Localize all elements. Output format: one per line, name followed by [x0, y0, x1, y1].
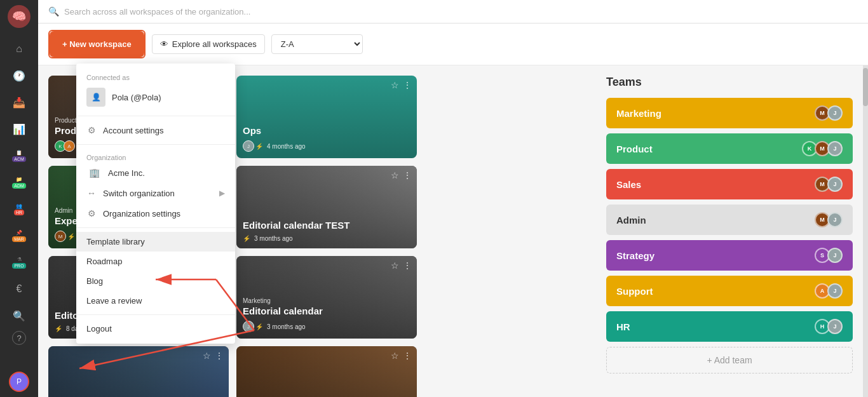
- adm-badge[interactable]: 📁 ADM: [8, 171, 31, 194]
- explore-label: Explore all workspaces: [172, 39, 257, 49]
- lightning-icon: ⚡: [55, 325, 62, 332]
- app-logo[interactable]: 🧠: [8, 5, 31, 28]
- org-settings-item[interactable]: ⚙ Organization settings: [76, 203, 235, 224]
- team-avatars: M J: [815, 105, 843, 121]
- teams-sidebar: Teams Marketing M J Product K M J Sales: [596, 65, 863, 397]
- workspace-card[interactable]: ☆ ⋮ Content calendar #2: [236, 346, 417, 397]
- team-name: Product: [616, 144, 653, 154]
- help-icon[interactable]: ?: [12, 331, 26, 345]
- team-item-hr[interactable]: HR H J: [606, 311, 853, 342]
- blog-item[interactable]: Blog: [76, 271, 235, 291]
- template-library-label: Template library: [86, 237, 145, 246]
- team-avatars: M J: [815, 212, 843, 227]
- toolbar: + New workspace 👁 Explore all workspaces…: [38, 24, 868, 65]
- search-icon: 🔍: [48, 6, 59, 17]
- team-avatar: J: [827, 319, 843, 334]
- card-meta: ⚡ 3 months ago: [243, 235, 410, 242]
- org-label: Organization: [86, 154, 225, 161]
- new-workspace-button[interactable]: + New workspace: [51, 33, 142, 55]
- lightning-icon: ⚡: [243, 235, 250, 242]
- card-time: 3 months ago: [254, 235, 293, 242]
- euro-icon[interactable]: €: [8, 278, 31, 300]
- leave-review-label: Leave a review: [86, 296, 142, 306]
- org-section: Organization 🏢 Acme Inc.: [76, 149, 235, 183]
- user-avatar[interactable]: P: [9, 372, 29, 392]
- team-avatars: H J: [815, 319, 843, 334]
- team-item-admin[interactable]: Admin M J: [606, 205, 853, 235]
- team-item-marketing[interactable]: Marketing M J: [606, 98, 853, 128]
- header: 🔍 Search across all workspaces of the or…: [38, 0, 868, 24]
- home-icon[interactable]: ⌂: [8, 37, 31, 60]
- org-name: Acme Inc.: [108, 168, 145, 178]
- team-avatar: J: [827, 105, 843, 121]
- team-avatar: J: [827, 283, 843, 299]
- acm-badge[interactable]: 📋 ACM: [8, 144, 31, 167]
- sort-select[interactable]: Z-A A-Z Recently updated Recently create…: [271, 34, 363, 54]
- search-placeholder[interactable]: Search across all workspaces of the orga…: [64, 7, 250, 17]
- account-settings-item[interactable]: ⚙ Account settings: [76, 120, 235, 140]
- chart-icon[interactable]: 📊: [8, 118, 31, 140]
- team-item-support[interactable]: Support A J: [606, 276, 853, 306]
- workspace-card[interactable]: ☆ ⋮ Marketing Editorial calendar J ⚡ 3 m…: [236, 256, 417, 339]
- add-team-button[interactable]: + Add team: [606, 347, 853, 373]
- logout-item[interactable]: Logout: [76, 319, 235, 339]
- team-avatar: J: [827, 141, 843, 156]
- roadmap-item[interactable]: Roadmap: [76, 252, 235, 271]
- team-avatar: J: [827, 177, 843, 192]
- card-time: 3 months ago: [267, 323, 306, 330]
- workspace-card[interactable]: ☆ ⋮ Editorial calendar TEST ⚡ 3 months a…: [236, 166, 417, 248]
- org-settings-label: Organization settings: [103, 209, 180, 219]
- pro-badge[interactable]: ⚗ PRO: [8, 251, 31, 274]
- card-team: Marketing: [243, 297, 410, 304]
- org-row: 🏢 Acme Inc.: [86, 165, 225, 180]
- gear-icon: ⚙: [86, 208, 97, 219]
- switch-org-label: Switch organization: [103, 189, 175, 198]
- explore-workspaces-button[interactable]: 👁 Explore all workspaces: [152, 34, 265, 54]
- lightning-icon: ⚡: [255, 323, 263, 330]
- connected-as-label: Connected as: [86, 74, 225, 81]
- switch-org-item[interactable]: ↔ Switch organization ▶: [76, 183, 235, 203]
- team-name: Admin: [616, 215, 646, 225]
- mar-badge[interactable]: 📌 MAR: [8, 224, 31, 247]
- workspace-card[interactable]: ☆ ⋮ Content calendar #2: [48, 346, 229, 397]
- blog-label: Blog: [86, 276, 103, 286]
- team-name: Marketing: [616, 108, 661, 119]
- gear-icon: ⚙: [86, 125, 97, 135]
- template-library-item[interactable]: Template library: [76, 232, 235, 252]
- team-avatars: A J: [815, 283, 843, 299]
- dropdown-menu: Connected as 👤 Pola (@Pola) ⚙ Account se…: [76, 64, 235, 344]
- team-avatars: S J: [815, 248, 843, 263]
- new-workspace-wrapper: + New workspace: [48, 30, 146, 58]
- card-title: Ops: [243, 125, 410, 137]
- scrollbar-track[interactable]: [863, 65, 868, 397]
- team-avatar: J: [827, 212, 843, 227]
- team-name: HR: [616, 321, 630, 332]
- search-bar: 🔍 Search across all workspaces of the or…: [48, 6, 858, 17]
- connected-as-section: Connected as 👤 Pola (@Pola): [76, 69, 235, 112]
- clock-icon[interactable]: 🕐: [8, 64, 31, 87]
- card-meta: J ⚡ 3 months ago: [243, 321, 410, 332]
- logout-label: Logout: [86, 324, 112, 333]
- team-item-sales[interactable]: Sales M J: [606, 169, 853, 199]
- search-icon[interactable]: 🔍: [8, 304, 31, 327]
- scrollbar-thumb[interactable]: [863, 68, 868, 106]
- org-logo: 🏢: [86, 165, 102, 180]
- hr-badge[interactable]: 👥 HR: [8, 198, 31, 220]
- team-name: Support: [616, 286, 653, 297]
- workspace-card[interactable]: ☆ ⋮ Ops J ⚡ 4 months ago: [236, 76, 417, 158]
- team-avatar: J: [827, 248, 843, 263]
- dropdown-avatar: 👤: [86, 88, 105, 107]
- user-row: 👤 Pola (@Pola): [86, 85, 225, 109]
- card-time: 4 months ago: [267, 143, 306, 150]
- sidebar: 🧠 ⌂ 🕐 📥 📊 📋 ACM 📁 ADM 👥 HR 📌 MAR ⚗ PRO €…: [0, 0, 38, 397]
- team-avatars: K M J: [802, 141, 843, 156]
- explore-icon: 👁: [160, 39, 168, 49]
- team-item-strategy[interactable]: Strategy S J: [606, 240, 853, 271]
- teams-title: Teams: [606, 76, 853, 89]
- lightning-icon: ⚡: [255, 143, 263, 150]
- team-item-product[interactable]: Product K M J: [606, 133, 853, 164]
- leave-review-item[interactable]: Leave a review: [76, 291, 235, 311]
- card-title: Editorial calendar TEST: [243, 220, 410, 231]
- switch-icon: ↔: [86, 188, 97, 198]
- inbox-icon[interactable]: 📥: [8, 91, 31, 114]
